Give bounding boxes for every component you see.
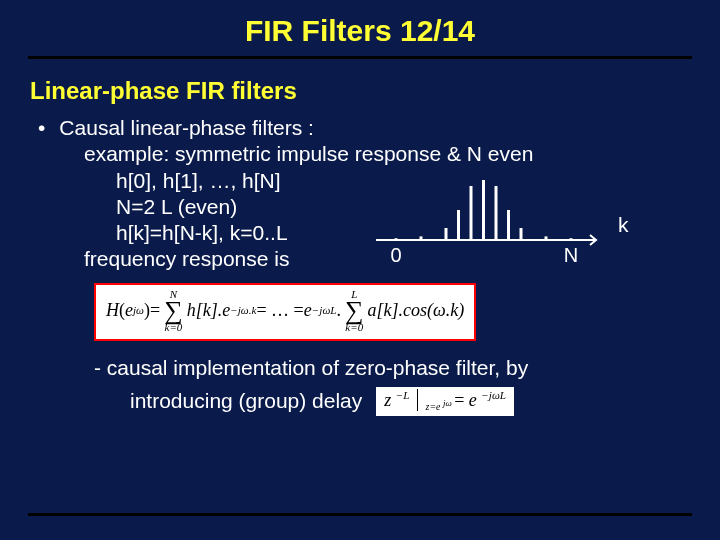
hr-bottom <box>28 513 692 516</box>
line-neven: N=2 L (even) <box>116 194 360 220</box>
eq2-sub-a: z=e <box>426 401 441 412</box>
eq-H: H <box>106 299 119 322</box>
eq2-z: z <box>384 390 391 410</box>
mid-left: h[0], h[1], …, h[N] N=2 L (even) h[k]=h[… <box>30 168 360 273</box>
line-sym: h[k]=h[N-k], k=0..L <box>116 220 360 246</box>
k-axis-label: k <box>618 212 629 238</box>
eq-phase-e: e <box>304 299 312 322</box>
eq-e1: e <box>125 299 133 322</box>
line-freq: frequency response is <box>84 246 360 272</box>
impulse-plot: 0 N <box>366 168 606 268</box>
delay-row: introducing (group) delay z −L z=e jω = … <box>130 387 690 416</box>
bullet-dot-icon: • <box>38 115 45 141</box>
eq2-eq: = <box>454 390 469 410</box>
slide-title: FIR Filters 12/14 <box>0 0 720 56</box>
eq2-e: e <box>469 390 477 410</box>
impulse-plot-svg: 0 N <box>366 168 606 268</box>
eq2-sub-exp: jω <box>443 398 452 408</box>
eq-mid: = … = <box>256 299 303 322</box>
sum2-icon: L ∑ k=0 <box>345 289 364 333</box>
eq-dot: . <box>336 299 341 322</box>
eq-jw1: jω <box>133 304 144 318</box>
equation-main: H ( e jω ) = N ∑ k=0 h[k].e −jω.k = … = … <box>94 283 476 341</box>
section-title: Linear-phase FIR filters <box>30 77 720 105</box>
hr-top <box>28 56 692 59</box>
bullet-item: • Causal linear-phase filters : <box>30 115 690 141</box>
bullet-text: Causal linear-phase filters : <box>59 115 313 141</box>
body: • Causal linear-phase filters : example:… <box>30 115 690 416</box>
plot-xN-label: N <box>564 244 578 266</box>
plot-x0-label: 0 <box>390 244 401 266</box>
delay-text: introducing (group) delay <box>130 388 362 414</box>
sum1-icon: N ∑ k=0 <box>164 289 183 333</box>
sum2-bot: k=0 <box>345 322 363 333</box>
mid-row: h[0], h[1], …, h[N] N=2 L (even) h[k]=h[… <box>30 168 690 273</box>
eq-sum1-body: h[k].e <box>187 299 231 322</box>
line-example: example: symmetric impulse response & N … <box>84 141 690 167</box>
eq-eq1: = <box>150 299 160 322</box>
line-htaps: h[0], h[1], …, h[N] <box>116 168 360 194</box>
equation-delay: z −L z=e jω = e −jωL <box>376 387 514 416</box>
plot-stems <box>396 180 571 240</box>
eval-bar-icon <box>417 389 418 411</box>
slide: FIR Filters 12/14 Linear-phase FIR filte… <box>0 0 720 540</box>
eq-sum1-exp: −jω.k <box>230 304 256 318</box>
conclusion-line: - causal implementation of zero-phase fi… <box>94 355 690 381</box>
eq2-exp: −jωL <box>481 389 506 401</box>
sum1-bot: k=0 <box>165 322 183 333</box>
eq-phase-exp: −jωL <box>312 304 337 318</box>
eq2-zL: −L <box>396 389 410 401</box>
eq-sum2-body: a[k].cos(ω.k) <box>368 299 465 322</box>
